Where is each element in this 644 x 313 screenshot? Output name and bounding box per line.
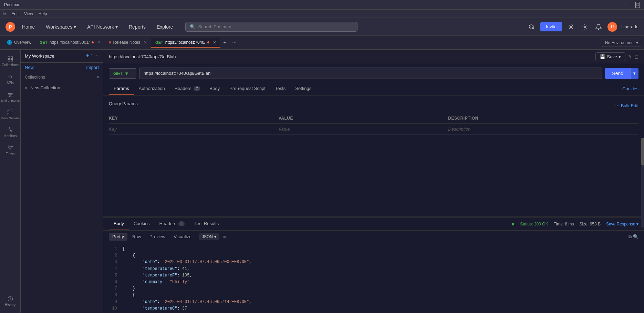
params-table-header: KEY VALUE DESCRIPTION	[109, 113, 638, 124]
format-chevron-icon: ▾	[214, 234, 216, 239]
settings-icon[interactable]	[580, 22, 590, 32]
new-collection-btn[interactable]: +	[86, 52, 90, 60]
res-body-tab-pretty[interactable]: Pretty	[109, 233, 127, 241]
tab-params[interactable]: Params	[109, 82, 134, 95]
edit-icon[interactable]: ✎	[628, 54, 632, 59]
sidebar-item-mock-servers[interactable]: Mock Servers	[0, 106, 20, 123]
tab-localhost-7040[interactable]: GET https://localhost:7040/ ✕	[151, 38, 220, 48]
environment-selector[interactable]: No Environment ▾	[602, 39, 641, 47]
tab-release-notes[interactable]: Release Notes ✕	[105, 38, 151, 48]
tab-body[interactable]: Body	[205, 82, 225, 95]
headers-badge: 7	[194, 86, 200, 91]
left-panel-header: My Workspace + ↑ ⋯	[21, 50, 103, 63]
url-path: https://localhost:7040/api/GetBlah	[109, 54, 593, 59]
layout-icon[interactable]: ◻	[635, 54, 638, 59]
svg-point-8	[9, 95, 10, 97]
tab-more-button[interactable]: ⋯	[229, 39, 239, 47]
nav-workspaces[interactable]: Workspaces ▾	[42, 22, 80, 32]
tab-close-icon[interactable]: ✕	[97, 40, 101, 45]
search-bar[interactable]: 🔍 Search Postman	[185, 22, 357, 32]
maximize-btn[interactable]: □	[635, 2, 640, 8]
notification-icon[interactable]	[594, 22, 603, 32]
user-avatar[interactable]: U	[607, 22, 617, 32]
new-btn[interactable]: New	[25, 65, 34, 70]
workspaces-chevron-icon: ▾	[74, 24, 76, 30]
res-body-tab-visualize[interactable]: Visualize	[170, 233, 195, 241]
tab-method-label: GET	[40, 40, 48, 44]
minimize-btn[interactable]: –	[630, 2, 633, 8]
tab-prerequest[interactable]: Pre-request Script	[225, 82, 270, 95]
res-tab-test-results[interactable]: Test Results	[189, 218, 224, 230]
method-select[interactable]: GET ▾	[109, 68, 136, 79]
key-cell-empty[interactable]: Key	[109, 127, 276, 132]
tab-settings[interactable]: Settings	[290, 82, 316, 95]
apis-label: APIs	[7, 81, 14, 85]
menu-item-le[interactable]: le	[3, 11, 6, 16]
sync-icon[interactable]	[527, 22, 536, 32]
res-body-tab-preview[interactable]: Preview	[146, 233, 169, 241]
upgrade-button[interactable]: Upgrade	[621, 24, 638, 29]
query-params-title: Query Params	[109, 101, 138, 106]
sidebar-item-monitors[interactable]: Monitors	[0, 123, 20, 141]
tab-authorization[interactable]: Authorization	[134, 82, 170, 95]
satellite-icon[interactable]	[566, 22, 576, 32]
sidebar-item-apis[interactable]: APIs	[0, 70, 20, 88]
send-dropdown-button[interactable]: ▾	[630, 68, 638, 79]
json-line-7: 7 },	[109, 285, 638, 292]
status-text: Status: 200 OK	[520, 222, 548, 226]
tab-localhost-5001[interactable]: GET https://localhost:5001/ ✕	[35, 38, 105, 48]
save-response-button[interactable]: Save Response ▾	[606, 222, 638, 226]
tab-close-icon[interactable]: ✕	[144, 40, 147, 45]
svg-point-1	[584, 26, 586, 28]
collections-icon	[7, 56, 13, 62]
svg-rect-3	[11, 57, 12, 58]
scrollbar-thumb[interactable]	[641, 138, 644, 165]
copy-icon[interactable]: ⧉	[629, 234, 632, 240]
sidebar-item-history[interactable]: History	[0, 292, 20, 310]
env-chevron-icon: ▾	[636, 40, 638, 45]
res-body-tab-raw[interactable]: Raw	[129, 233, 145, 241]
tab-overview[interactable]: 🌐 Overview	[3, 38, 35, 48]
response-section: Body Cookies Headers 4 Test Results ● St…	[103, 216, 644, 313]
sidebar-item-flows[interactable]: Flows	[0, 141, 20, 159]
sidebar-item-environments[interactable]: Environments	[0, 88, 20, 106]
wrap-lines-icon[interactable]: ≡	[223, 234, 226, 239]
filter-icon[interactable]: ≡	[96, 75, 99, 80]
save-button[interactable]: 💾 Save ▾	[595, 52, 625, 61]
nav-home[interactable]: Home	[18, 22, 39, 32]
url-input[interactable]	[139, 68, 602, 79]
format-selector[interactable]: JSON ▾	[199, 233, 219, 240]
svg-rect-5	[11, 60, 12, 61]
tab-add-button[interactable]: +	[220, 38, 229, 47]
nav-api-network[interactable]: API Network ▾	[83, 22, 122, 32]
send-button[interactable]: Send	[605, 68, 630, 79]
more-options-icon[interactable]: ⋯	[94, 52, 99, 60]
url-bar: https://localhost:7040/api/GetBlah 💾 Sav…	[103, 50, 644, 64]
nav-reports[interactable]: Reports	[125, 22, 150, 32]
collections-label: Collections	[25, 75, 45, 80]
params-empty-row: Key Value Description	[109, 124, 638, 135]
new-collection-item[interactable]: ► New Collection	[21, 82, 103, 93]
tab-tests[interactable]: Tests	[270, 82, 290, 95]
import-label[interactable]: Import	[86, 65, 99, 70]
value-cell-empty[interactable]: Value	[279, 127, 446, 132]
invite-button[interactable]: Invite	[540, 22, 562, 31]
nav-explore[interactable]: Explore	[153, 22, 177, 32]
mock-servers-icon	[7, 109, 13, 115]
svg-point-11	[8, 111, 9, 111]
import-btn[interactable]: ↑	[91, 52, 93, 60]
description-cell-empty[interactable]: Description	[448, 127, 615, 132]
res-tab-headers[interactable]: Headers 4	[155, 218, 190, 230]
cookies-link[interactable]: Cookies	[622, 86, 638, 91]
menu-item-help[interactable]: Help	[39, 11, 47, 16]
environments-label: Environments	[1, 99, 20, 102]
tab-headers[interactable]: Headers 7	[170, 82, 205, 95]
menu-item-view[interactable]: View	[24, 11, 33, 16]
res-tab-cookies[interactable]: Cookies	[129, 218, 155, 230]
tab-close-icon[interactable]: ✕	[213, 40, 216, 45]
menu-item-edit[interactable]: Edit	[11, 11, 19, 16]
res-tab-body[interactable]: Body	[109, 218, 129, 230]
sidebar-item-collections[interactable]: Collections	[0, 52, 20, 70]
bulk-edit-button[interactable]: ⋯ Bulk Edit	[615, 103, 638, 108]
search-response-icon[interactable]: 🔍	[633, 234, 638, 239]
